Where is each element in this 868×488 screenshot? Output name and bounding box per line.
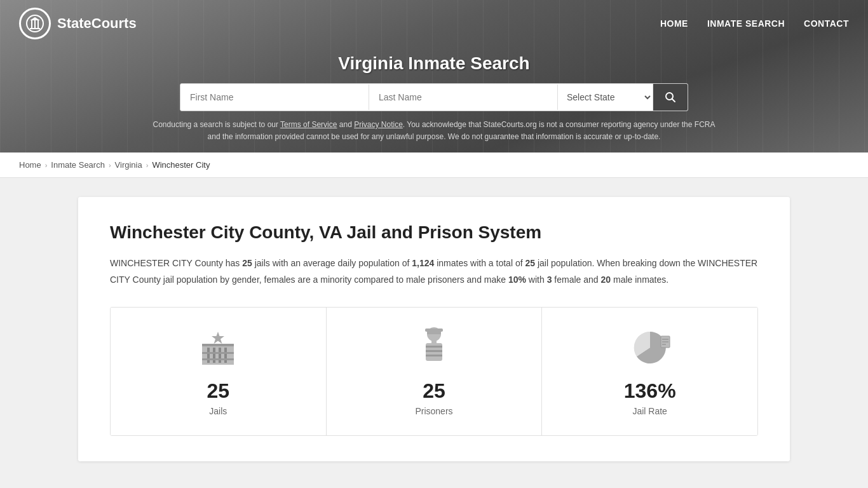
jails-label: Jails [209, 406, 227, 416]
svg-rect-9 [207, 348, 210, 363]
search-icon [665, 92, 676, 103]
nav-links: HOME INMATE SEARCH CONTACT [660, 18, 849, 29]
svg-line-7 [672, 99, 675, 102]
desc-5: with [526, 274, 547, 285]
stats-row: 25 Jails [110, 307, 758, 436]
site-header: StateCourts HOME INMATE SEARCH CONTACT V… [0, 0, 868, 152]
content-card: Winchester City County, VA Jail and Pris… [78, 197, 790, 461]
stat-jails: 25 Jails [111, 308, 327, 435]
county-title: Winchester City County, VA Jail and Pris… [110, 222, 758, 243]
breadcrumb-sep-3: › [146, 161, 149, 169]
svg-rect-12 [224, 348, 227, 363]
jail-icon [196, 327, 240, 370]
avg-pop: 1,124 [412, 258, 434, 268]
svg-rect-24 [431, 341, 437, 344]
svg-rect-4 [37, 20, 39, 28]
breadcrumb-sep-1: › [45, 161, 48, 169]
search-section: Virginia Inmate Search Select State Alab… [0, 47, 868, 152]
county-description: WINCHESTER CITY County has 25 jails with… [110, 255, 758, 287]
desc-6: female and [552, 274, 600, 285]
desc-3: inmates with a total of [434, 258, 525, 268]
svg-rect-3 [34, 20, 36, 28]
svg-rect-21 [426, 346, 442, 348]
svg-rect-13 [202, 352, 234, 354]
jail-rate-number: 136% [624, 379, 676, 403]
pie-chart-icon [628, 327, 672, 370]
desc-7: male inmates. [611, 274, 668, 285]
breadcrumb-inmate-search[interactable]: Inmate Search [51, 160, 105, 170]
terms-link[interactable]: Terms of Service [280, 120, 337, 129]
prisoners-label: Prisoners [415, 406, 452, 416]
svg-rect-19 [427, 332, 441, 334]
svg-marker-15 [212, 332, 224, 344]
first-name-input[interactable] [180, 85, 369, 110]
state-select[interactable]: Select State AlabamaAlaskaArizonaArkansa… [558, 84, 653, 111]
last-name-input[interactable] [369, 85, 558, 110]
jail-rate-label: Jail Rate [632, 406, 667, 416]
svg-rect-1 [30, 28, 40, 29]
svg-rect-8 [202, 346, 234, 365]
breadcrumb-home[interactable]: Home [19, 160, 41, 170]
svg-rect-23 [426, 355, 442, 356]
svg-rect-18 [425, 329, 443, 332]
site-name: StateCourts [57, 15, 137, 32]
male-count: 20 [601, 274, 611, 285]
prisoner-icon [415, 327, 453, 370]
breadcrumb-state[interactable]: Virginia [115, 160, 142, 170]
stat-jail-rate: 136% Jail Rate [542, 308, 757, 435]
page-title: Virginia Inmate Search [13, 53, 855, 74]
jails-number: 25 [207, 379, 230, 403]
prisoners-number: 25 [423, 379, 445, 403]
jails-count: 25 [242, 258, 252, 268]
disclaimer-text: Conducting a search is subject to our Te… [148, 119, 720, 143]
logo-icon [19, 8, 51, 39]
breadcrumb-sep-2: › [109, 161, 111, 169]
nav-home[interactable]: HOME [660, 18, 688, 29]
nav-inmate-search[interactable]: INMATE SEARCH [707, 18, 785, 29]
svg-rect-10 [213, 348, 215, 363]
svg-rect-16 [202, 344, 234, 346]
nav-contact[interactable]: CONTACT [804, 18, 849, 29]
main-content: Winchester City County, VA Jail and Pris… [65, 197, 803, 461]
svg-rect-2 [31, 20, 32, 28]
svg-rect-14 [202, 358, 234, 360]
search-button[interactable] [653, 84, 688, 111]
breadcrumb: Home › Inmate Search › Virginia › Winche… [0, 152, 868, 178]
privacy-link[interactable]: Privacy Notice [354, 120, 403, 129]
site-logo[interactable]: StateCourts [19, 8, 137, 39]
total-jails: 25 [525, 258, 535, 268]
female-pct: 10% [508, 274, 526, 285]
search-bar: Select State AlabamaAlaskaArizonaArkansa… [180, 83, 688, 111]
svg-marker-5 [30, 17, 40, 20]
desc-1: WINCHESTER CITY County has [110, 258, 242, 268]
breadcrumb-current: Winchester City [152, 160, 210, 170]
svg-rect-11 [219, 348, 221, 363]
stat-prisoners: 25 Prisoners [327, 308, 543, 435]
svg-rect-22 [426, 350, 442, 352]
desc-2: jails with an average daily population o… [252, 258, 412, 268]
navbar: StateCourts HOME INMATE SEARCH CONTACT [0, 0, 868, 47]
